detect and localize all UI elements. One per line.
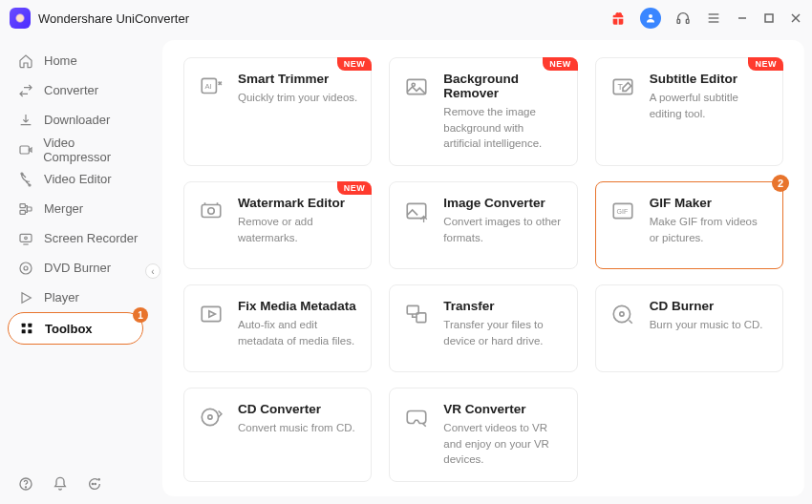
downloader-icon (17, 112, 34, 129)
watermark-editor-icon (198, 198, 224, 224)
titlebar-left: Wondershare UniConverter (10, 8, 189, 29)
tool-card-image-converter[interactable]: Image ConverterConvert images to other f… (389, 181, 577, 269)
card-desc: Convert music from CD. (238, 420, 357, 436)
subtitle-editor-icon: T (609, 74, 636, 100)
card-title: Fix Media Metadata (238, 299, 357, 313)
svg-point-18 (20, 262, 32, 274)
svg-point-47 (202, 409, 218, 425)
sidebar-item-label: Screen Recorder (44, 231, 138, 245)
card-title: CD Burner (650, 299, 769, 313)
sidebar-item-video-compressor[interactable]: Video Compressor (0, 135, 153, 164)
card-desc: Auto-fix and edit metadata of media file… (238, 317, 357, 348)
cd-converter-icon (198, 404, 224, 430)
video-compressor-icon (17, 141, 33, 158)
card-body: Subtitle EditorA powerful subtitle editi… (650, 72, 769, 121)
sidebar-item-converter[interactable]: Converter (0, 75, 153, 105)
sidebar-item-label: DVD Burner (44, 261, 111, 275)
tool-card-cd-burner[interactable]: CD BurnerBurn your music to CD. (595, 284, 783, 372)
card-body: Image ConverterConvert images to other f… (443, 196, 563, 245)
card-body: GIF MakerMake GIF from videos or picture… (650, 196, 769, 245)
sidebar-item-toolbox[interactable]: Toolbox1 (8, 312, 143, 345)
card-body: CD BurnerBurn your music to CD. (650, 299, 769, 333)
tool-card-background-remover[interactable]: NEWBackground RemoverRemove the image ba… (389, 57, 577, 166)
menu-icon[interactable] (705, 10, 722, 27)
sidebar-item-label: Video Editor (44, 172, 112, 186)
card-desc: Quickly trim your videos. (238, 90, 357, 106)
minimize-button[interactable] (736, 11, 749, 25)
titlebar-right (609, 8, 802, 29)
sidebar-footer (0, 464, 153, 504)
sidebar-item-merger[interactable]: Merger (0, 194, 153, 223)
converter-icon (17, 82, 34, 99)
background-remover-icon (403, 74, 430, 100)
tool-card-subtitle-editor[interactable]: NEWTSubtitle EditorA powerful subtitle e… (595, 57, 783, 166)
svg-marker-42 (209, 311, 216, 318)
tool-card-fix-media-metadata[interactable]: Fix Media MetadataAuto-fix and edit meta… (183, 284, 372, 372)
dvd-burner-icon (17, 260, 34, 277)
card-body: Background RemoverRemove the image backg… (443, 72, 563, 152)
sidebar-item-label: Converter (44, 83, 98, 97)
sidebar-item-video-editor[interactable]: Video Editor (0, 164, 153, 194)
tool-card-smart-trimmer[interactable]: NEWAISmart TrimmerQuickly trim your vide… (183, 57, 372, 166)
svg-rect-14 (20, 210, 25, 214)
new-tag: NEW (543, 57, 578, 71)
maximize-button[interactable] (762, 11, 776, 25)
card-body: Smart TrimmerQuickly trim your videos. (238, 72, 357, 106)
sidebar-item-label: Player (44, 290, 79, 304)
svg-rect-41 (202, 306, 221, 321)
sidebar-item-downloader[interactable]: Downloader (0, 105, 153, 135)
tool-grid: NEWAISmart TrimmerQuickly trim your vide… (183, 57, 783, 482)
svg-point-48 (208, 415, 212, 419)
merger-icon (17, 200, 34, 218)
svg-rect-22 (28, 324, 32, 327)
home-icon (17, 52, 34, 70)
sidebar-item-label: Video Compressor (43, 136, 141, 164)
image-converter-icon (403, 198, 430, 224)
svg-rect-15 (27, 207, 32, 211)
tool-card-vr-converter[interactable]: VR ConverterConvert videos to VR and enj… (389, 388, 577, 482)
close-button[interactable] (789, 11, 802, 25)
tool-card-watermark-editor[interactable]: NEWWatermark EditorRemove or add waterma… (183, 181, 372, 269)
card-desc: Remove the image background with artific… (443, 104, 563, 152)
svg-rect-16 (20, 234, 32, 242)
headset-icon[interactable] (674, 10, 692, 27)
svg-rect-36 (202, 205, 221, 218)
sidebar-item-player[interactable]: Player (0, 283, 153, 312)
chat-icon[interactable] (86, 475, 103, 493)
card-badge: 2 (772, 175, 789, 192)
svg-point-26 (25, 487, 26, 488)
svg-rect-23 (22, 329, 26, 333)
sidebar-item-screen-recorder[interactable]: Screen Recorder (0, 223, 153, 253)
card-title: Smart Trimmer (238, 72, 357, 86)
toolbox-icon (18, 320, 35, 337)
tool-card-cd-converter[interactable]: CD ConverterConvert music from CD. (183, 388, 372, 482)
tool-card-gif-maker[interactable]: 2GIFGIF MakerMake GIF from videos or pic… (595, 181, 783, 269)
card-desc: Transfer your files to device or hard dr… (443, 317, 563, 348)
fix-media-metadata-icon (198, 301, 224, 327)
svg-text:AI: AI (205, 82, 212, 91)
sidebar-item-label: Home (44, 53, 77, 68)
gift-icon[interactable] (609, 10, 627, 27)
bell-icon[interactable] (52, 475, 69, 493)
svg-rect-2 (686, 19, 689, 23)
screen-recorder-icon (17, 230, 34, 247)
sidebar-item-dvd-burner[interactable]: DVD Burner (0, 253, 153, 283)
svg-point-27 (98, 479, 99, 480)
svg-rect-13 (20, 203, 25, 207)
help-icon[interactable] (17, 475, 34, 493)
tool-card-transfer[interactable]: TransferTransfer your files to device or… (389, 284, 577, 372)
video-editor-icon (17, 171, 34, 188)
sidebar-item-label: Merger (44, 201, 83, 216)
new-tag: NEW (337, 181, 373, 195)
sidebar-collapse-handle[interactable]: ‹ (145, 263, 160, 279)
svg-rect-1 (677, 19, 680, 23)
content-area: NEWAISmart TrimmerQuickly trim your vide… (162, 40, 804, 496)
svg-point-0 (649, 14, 652, 18)
card-title: GIF Maker (650, 196, 769, 210)
app-logo (10, 8, 31, 29)
svg-point-45 (613, 305, 630, 322)
sidebar-item-home[interactable]: Home (0, 46, 153, 75)
card-title: Transfer (443, 299, 563, 313)
card-title: Background Remover (443, 72, 563, 100)
user-avatar[interactable] (640, 8, 661, 29)
